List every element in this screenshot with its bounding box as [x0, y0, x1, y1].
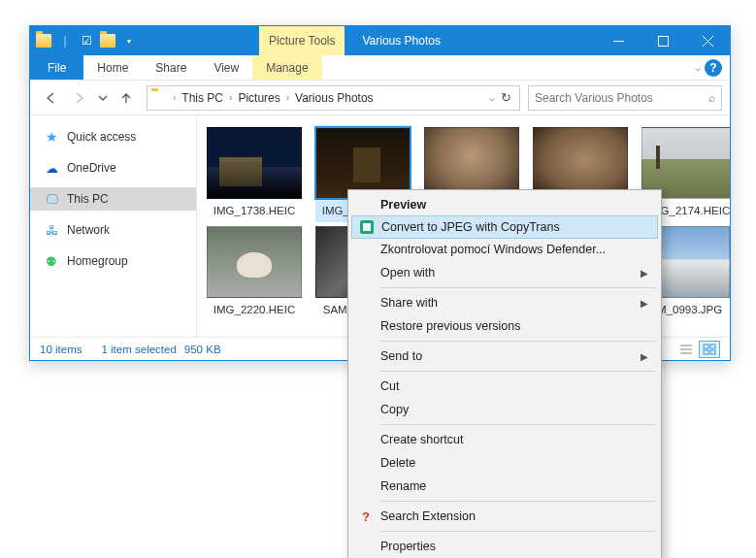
- chevron-right-icon: ▶: [641, 298, 648, 309]
- ctx-cut[interactable]: Cut: [351, 375, 658, 398]
- svg-rect-6: [363, 223, 371, 231]
- breadcrumb-pictures[interactable]: Pictures: [236, 91, 281, 105]
- tab-view[interactable]: View: [200, 55, 252, 80]
- ctx-share-with[interactable]: Share with▶: [351, 291, 658, 314]
- separator: [380, 501, 656, 502]
- sidebar-item-onedrive[interactable]: ☁OneDrive: [30, 156, 196, 180]
- back-button[interactable]: [38, 85, 63, 111]
- svg-rect-2: [710, 345, 715, 348]
- sidebar-item-quick-access[interactable]: ★Quick access: [30, 125, 196, 148]
- tab-file[interactable]: File: [30, 55, 83, 80]
- sidebar-item-label: Homegroup: [67, 254, 128, 268]
- details-view-button[interactable]: [675, 341, 697, 358]
- sidebar-item-network[interactable]: 🖧Network: [30, 218, 196, 242]
- separator: [380, 341, 656, 342]
- separator: [380, 424, 656, 425]
- thumbnails-view-button[interactable]: [699, 341, 720, 358]
- qat-separator: |: [57, 33, 73, 49]
- ctx-rename[interactable]: Rename: [351, 475, 658, 498]
- recent-dropdown-icon[interactable]: [96, 85, 110, 111]
- thumbnail: [207, 127, 302, 199]
- status-size: 950 KB: [184, 344, 221, 355]
- address-dropdown-icon[interactable]: ⌵: [489, 92, 495, 103]
- chevron-right-icon: ▶: [641, 351, 648, 362]
- ctx-convert-jpeg[interactable]: Convert to JPEG with CopyTrans: [351, 215, 658, 239]
- minimize-button[interactable]: [596, 26, 641, 55]
- separator: [380, 371, 656, 372]
- status-selection-count: 1 item selected: [101, 344, 176, 355]
- ctx-properties[interactable]: Properties: [351, 535, 658, 558]
- sidebar-item-this-pc[interactable]: 🖵This PC: [30, 187, 196, 211]
- file-item[interactable]: IMG_1738.HEIC: [207, 125, 302, 222]
- breadcrumb-this-pc[interactable]: This PC: [180, 91, 225, 105]
- chevron-right-icon[interactable]: ›: [169, 92, 180, 103]
- tab-home[interactable]: Home: [83, 55, 142, 80]
- thumbnail: [315, 127, 411, 199]
- breadcrumb-various-photos[interactable]: Various Photos: [293, 91, 376, 105]
- properties-qat-icon[interactable]: ☑: [79, 33, 94, 49]
- qat-customize-icon[interactable]: ▾: [121, 33, 137, 49]
- sidebar-item-label: OneDrive: [67, 161, 116, 175]
- up-button[interactable]: [114, 85, 139, 111]
- svg-rect-3: [704, 350, 708, 354]
- chevron-right-icon: ▶: [641, 268, 648, 279]
- tab-manage[interactable]: Manage: [252, 55, 321, 80]
- separator: [380, 531, 656, 532]
- context-menu: Preview Convert to JPEG with CopyTrans Z…: [347, 189, 662, 558]
- refresh-button[interactable]: ↻: [501, 90, 511, 105]
- search-placeholder: Search Various Photos: [535, 91, 653, 105]
- separator: [380, 287, 656, 288]
- thumbnail: [424, 127, 519, 199]
- titlebar[interactable]: | ☑ ▾ Picture Tools Various Photos: [30, 26, 730, 55]
- star-icon: ★: [44, 129, 59, 145]
- sidebar-item-label: Quick access: [67, 130, 136, 144]
- file-name: IMG_2220.HEIC: [207, 302, 302, 321]
- sidebar-item-homegroup[interactable]: ⚉Homegroup: [30, 249, 196, 273]
- ctx-windows-defender[interactable]: Zkontrolovat pomocí Windows Defender...: [351, 238, 658, 261]
- search-icon[interactable]: ⌕: [708, 91, 715, 105]
- explorer-icon: [36, 33, 51, 49]
- ribbon-collapse-icon[interactable]: ⌵: [695, 62, 701, 73]
- ctx-delete[interactable]: Delete: [351, 451, 658, 475]
- new-folder-qat-icon[interactable]: [100, 33, 115, 49]
- ctx-create-shortcut[interactable]: Create shortcut: [351, 428, 658, 451]
- ctx-restore-versions[interactable]: Restore previous versions: [351, 314, 658, 338]
- address-bar[interactable]: › This PC › Pictures › Various Photos ⌵ …: [147, 85, 520, 111]
- navigation-bar: › This PC › Pictures › Various Photos ⌵ …: [30, 81, 730, 115]
- forward-button[interactable]: [67, 85, 92, 111]
- quick-access-toolbar: | ☑ ▾: [30, 33, 143, 49]
- maximize-button[interactable]: [641, 26, 685, 55]
- chevron-right-icon[interactable]: ›: [282, 92, 293, 103]
- ctx-preview[interactable]: Preview: [351, 193, 658, 216]
- cloud-icon: ☁: [44, 160, 59, 176]
- search-input[interactable]: Search Various Photos ⌕: [528, 85, 722, 111]
- ribbon-tabs: File Home Share View Manage ⌵ ?: [30, 55, 730, 81]
- status-item-count: 10 items: [40, 344, 82, 355]
- close-button[interactable]: [685, 26, 730, 55]
- network-icon: 🖧: [44, 222, 59, 238]
- svg-rect-1: [704, 345, 708, 348]
- file-item[interactable]: IMG_2220.HEIC: [207, 224, 302, 321]
- ctx-send-to[interactable]: Send to▶: [351, 345, 658, 368]
- thumbnail: [533, 127, 628, 199]
- question-icon: ?: [357, 508, 375, 525]
- chevron-right-icon[interactable]: ›: [225, 92, 236, 103]
- folder-icon: [151, 91, 169, 105]
- tab-share[interactable]: Share: [142, 55, 200, 80]
- thumbnail: [641, 127, 730, 199]
- svg-rect-0: [658, 36, 668, 46]
- copytrans-icon: [358, 218, 376, 236]
- contextual-tab-label: Picture Tools: [259, 26, 345, 55]
- sidebar-item-label: This PC: [67, 192, 109, 206]
- homegroup-icon: ⚉: [44, 253, 59, 269]
- window-title: Various Photos: [362, 34, 441, 48]
- sidebar-item-label: Network: [67, 223, 110, 237]
- file-name: IMG_1738.HEIC: [207, 203, 302, 222]
- svg-rect-4: [710, 350, 715, 354]
- ctx-open-with[interactable]: Open with▶: [351, 261, 658, 284]
- help-button[interactable]: ?: [705, 59, 722, 77]
- thumbnail: [207, 226, 302, 298]
- navigation-pane: ★Quick access ☁OneDrive 🖵This PC 🖧Networ…: [30, 115, 197, 337]
- ctx-copy[interactable]: Copy: [351, 398, 658, 421]
- ctx-search-extension[interactable]: ? Search Extension: [351, 505, 658, 528]
